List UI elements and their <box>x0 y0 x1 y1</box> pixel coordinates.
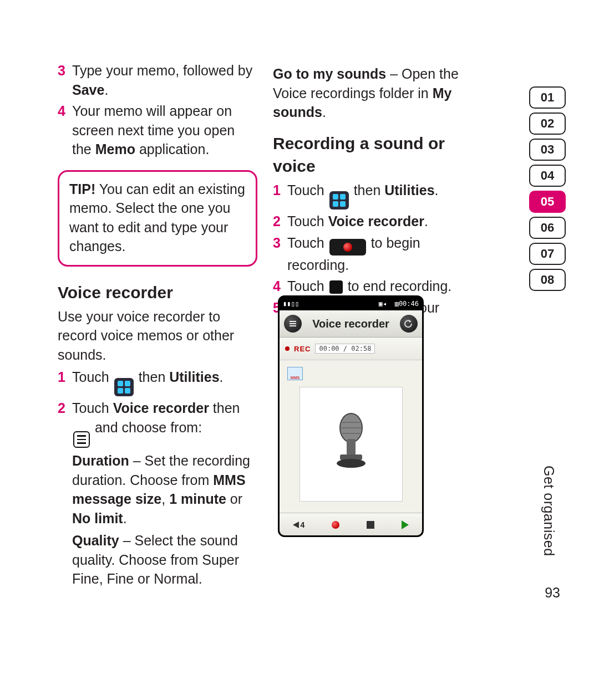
stop-icon <box>367 521 374 529</box>
svg-rect-0 <box>290 321 296 322</box>
apps-grid-icon <box>329 191 349 210</box>
text: then <box>209 400 240 416</box>
step-body: Touch to end recording. <box>287 277 473 296</box>
duration-option: Duration – Set the recording duration. C… <box>72 451 257 528</box>
bold: Voice recorder <box>328 213 424 229</box>
page-content: 3 Type your memo, followed by Save. 4 Yo… <box>58 61 496 615</box>
text: Touch <box>287 182 328 198</box>
bold: Go to my sounds <box>273 66 386 81</box>
step-4: 4 Your memo will appear on screen next t… <box>58 101 257 159</box>
phone-status-bar: ▮▮▯▯ ▣◂ ▥00:46 <box>280 297 422 310</box>
svg-marker-3 <box>409 320 412 323</box>
step-body: Touch Voice recorder then and choose fro… <box>72 398 257 448</box>
text: Touch <box>72 369 113 385</box>
text: to end recording. <box>348 278 452 294</box>
svg-rect-5 <box>347 439 356 456</box>
phone-back-icon[interactable] <box>400 315 418 333</box>
bold: Save <box>72 82 104 98</box>
voice-step-1: 1 Touch then Utilities. <box>58 367 257 396</box>
play-icon <box>402 520 409 529</box>
step-number: 4 <box>273 277 287 296</box>
svg-rect-2 <box>290 325 296 326</box>
stop-button[interactable] <box>367 521 374 529</box>
text: Touch <box>72 400 113 416</box>
step-body: Your memo will appear on screen next tim… <box>72 101 257 159</box>
text: then <box>354 182 385 198</box>
text: then <box>139 369 170 385</box>
record-button[interactable] <box>332 521 339 529</box>
step-number: 3 <box>58 61 72 99</box>
text: . <box>424 213 428 229</box>
text: . <box>123 510 127 526</box>
step-3: 3 Type your memo, followed by Save. <box>58 61 257 99</box>
step-body: Touch then Utilities. <box>72 367 257 396</box>
svg-rect-1 <box>290 323 296 324</box>
bold: Memo <box>95 141 135 157</box>
step-number: 1 <box>273 181 287 210</box>
chapter-tab-04[interactable]: 04 <box>529 165 566 187</box>
text: . <box>104 82 108 98</box>
rec-time: 00:00 / 02:58 <box>315 344 375 354</box>
text: . <box>322 104 326 120</box>
volume-indicator[interactable]: 4 <box>293 520 304 529</box>
speaker-icon <box>293 522 299 528</box>
status-icons: ▣◂ ▥00:46 <box>379 300 419 308</box>
microphone-area <box>300 387 403 502</box>
chapter-tabs: 0102030405060708 <box>529 86 566 291</box>
status-time: 00:46 <box>399 300 419 308</box>
rec-step-1: 1 Touch then Utilities. <box>273 181 473 210</box>
step-body: Touch Voice recorder. <box>287 212 473 231</box>
menu-list-icon <box>73 431 90 448</box>
chapter-tab-05[interactable]: 05 <box>529 191 566 213</box>
svg-point-7 <box>337 459 366 468</box>
bold: No limit <box>72 510 123 526</box>
quality-option: Quality – Select the sound quality. Choo… <box>72 531 257 589</box>
text: Touch <box>287 235 328 251</box>
text: or <box>226 491 242 507</box>
size-chip-icon: MMS <box>287 367 303 380</box>
step-number: 2 <box>273 212 287 231</box>
record-icon <box>332 521 339 529</box>
phone-menu-icon[interactable] <box>284 315 302 333</box>
bold: Voice recorder <box>113 400 209 416</box>
stop-button-icon <box>329 280 343 294</box>
heading-recording-sound: Recording a sound or voice <box>273 132 473 178</box>
bold: Utilities <box>169 369 219 385</box>
chapter-tab-06[interactable]: 06 <box>529 217 566 239</box>
tip-text: You can edit an existing memo. Select th… <box>69 181 245 254</box>
chapter-tab-08[interactable]: 08 <box>529 269 566 291</box>
voice-step-2: 2 Touch Voice recorder then and choose f… <box>58 398 257 448</box>
section-label: Get organised <box>541 466 557 556</box>
volume-value: 4 <box>300 520 304 529</box>
go-to-sounds-option: Go to my sounds – Open the Voice recordi… <box>273 64 473 122</box>
phone-title-bar: Voice recorder <box>280 310 422 338</box>
chapter-tab-03[interactable]: 03 <box>529 139 566 161</box>
phone-title: Voice recorder <box>306 318 395 330</box>
bold: Utilities <box>384 182 434 198</box>
text: and choose from: <box>95 420 202 435</box>
text: . <box>220 369 224 385</box>
chapter-tab-07[interactable]: 07 <box>529 243 566 265</box>
rec-step-4: 4 Touch to end recording. <box>273 277 473 296</box>
step-number: 1 <box>58 367 72 396</box>
text: application. <box>135 141 209 157</box>
tip-box: TIP! You can edit an existing memo. Sele… <box>58 170 257 267</box>
text: . <box>435 182 439 198</box>
chapter-tab-01[interactable]: 01 <box>529 86 566 109</box>
play-button[interactable] <box>402 520 409 529</box>
bold: Quality <box>72 533 119 548</box>
phone-rec-header: REC 00:00 / 02:58 <box>280 338 422 360</box>
signal-icon: ▮▮▯▯ <box>283 300 299 308</box>
apps-grid-icon <box>114 378 134 396</box>
left-column: 3 Type your memo, followed by Save. 4 Yo… <box>58 61 257 592</box>
page-number: 93 <box>545 585 560 601</box>
two-columns: 3 Type your memo, followed by Save. 4 Yo… <box>58 61 496 592</box>
microphone-icon <box>329 411 373 478</box>
step-body: Touch to begin recording. <box>287 233 473 275</box>
chapter-tab-02[interactable]: 02 <box>529 113 566 135</box>
phone-rec-body: MMS <box>280 360 422 513</box>
step-body: Type your memo, followed by Save. <box>72 61 257 99</box>
tip-label: TIP! <box>69 181 95 197</box>
rec-label: REC <box>294 345 311 353</box>
step-number: 4 <box>58 101 72 159</box>
